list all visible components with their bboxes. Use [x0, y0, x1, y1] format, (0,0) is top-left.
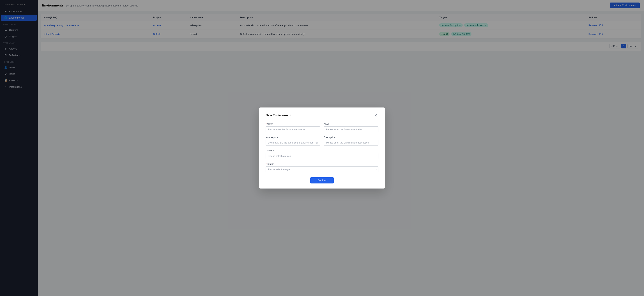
name-label: * Name [266, 123, 320, 125]
required-star: * [266, 123, 266, 125]
description-input[interactable] [324, 140, 378, 146]
target-select-wrapper: Please select a target ▾ [266, 166, 378, 172]
target-select[interactable]: Please select a target [266, 166, 378, 172]
alias-input[interactable] [324, 126, 378, 132]
required-star: * [266, 163, 266, 165]
form-group-namespace: Namespace [266, 136, 320, 146]
form-row-namespace-description: Namespace Description [266, 136, 378, 146]
form-group-name: * Name [266, 123, 320, 132]
project-label: * Project [266, 149, 378, 152]
form-row-project: * Project Please select a project ▾ [266, 149, 378, 159]
new-environment-modal: New Environment ✕ * Name Alias Namespace [259, 107, 385, 189]
namespace-label: Namespace [266, 136, 320, 139]
modal-title: New Environment [266, 114, 292, 117]
description-label: Description [324, 136, 378, 139]
form-row-target: * Target Please select a target ▾ [266, 163, 378, 172]
form-row-name-alias: * Name Alias [266, 123, 378, 132]
target-label: * Target [266, 163, 378, 165]
modal-close-button[interactable]: ✕ [373, 113, 378, 117]
modal-footer: Confirm [266, 177, 378, 184]
form-group-project: * Project Please select a project ▾ [266, 149, 378, 159]
project-select[interactable]: Please select a project [266, 153, 378, 159]
form-group-target: * Target Please select a target ▾ [266, 163, 378, 172]
modal-header: New Environment ✕ [266, 113, 378, 117]
alias-label: Alias [324, 123, 378, 125]
form-group-alias: Alias [324, 123, 378, 132]
confirm-button[interactable]: Confirm [310, 177, 334, 184]
name-input[interactable] [266, 126, 320, 132]
required-star: * [266, 149, 266, 152]
modal-overlay: New Environment ✕ * Name Alias Namespace [0, 0, 644, 296]
form-group-description: Description [324, 136, 378, 146]
namespace-input[interactable] [266, 140, 320, 146]
project-select-wrapper: Please select a project ▾ [266, 153, 378, 159]
